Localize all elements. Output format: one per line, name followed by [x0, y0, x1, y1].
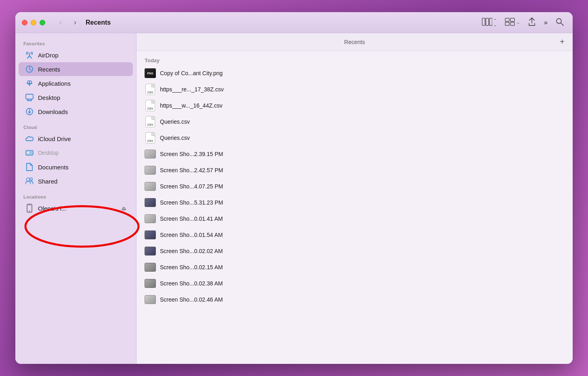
file-icon-screenshot-gray	[145, 262, 156, 273]
file-item[interactable]: Screen Sho...2.39.15 PM	[136, 146, 573, 162]
toolbar-right: ⌃⌄ ⌄	[479, 16, 566, 29]
file-name: Screen Sho...5.31.23 PM	[160, 199, 223, 206]
more-icon: »	[544, 19, 548, 26]
file-name: Screen Sho...0.02.15 AM	[160, 264, 223, 270]
file-icon-screenshot-dark	[145, 197, 156, 208]
file-item[interactable]: Screen Sho...0.02.38 AM	[136, 275, 573, 292]
file-name: Screen Sho...0.01.41 AM	[160, 215, 223, 222]
share-icon	[528, 17, 536, 27]
file-item[interactable]: Screen Sho...0.02.46 AM	[136, 292, 573, 308]
sidebar-item-desktop[interactable]: Desktop	[19, 91, 133, 104]
file-item[interactable]: Screen Sho...0.01.41 AM	[136, 211, 573, 227]
applications-label: Applications	[38, 80, 71, 87]
file-item[interactable]: Screen Sho...4.07.25 PM	[136, 178, 573, 194]
svg-point-21	[30, 178, 32, 180]
file-name: Screen Sho...4.07.25 PM	[160, 183, 223, 190]
file-name: Screen Sho...0.02.38 AM	[160, 280, 223, 287]
sidebar: Favorites AirDrop	[15, 33, 136, 364]
share-button[interactable]	[525, 16, 538, 29]
file-icon-screenshot-dark	[145, 229, 156, 241]
file-icon-screenshot	[145, 294, 156, 305]
finder-window: ‹ › Recents ⌃⌄	[15, 12, 573, 364]
eject-icon[interactable]: ⏏	[121, 205, 126, 211]
sidebar-item-icloud-drive[interactable]: iCloud Drive	[19, 132, 133, 146]
file-item[interactable]: CSVQueries.csv	[136, 130, 573, 146]
recents-icon	[25, 65, 34, 74]
documents-label: Documents	[38, 164, 69, 171]
svg-rect-19	[27, 152, 29, 154]
file-icon-screenshot	[145, 213, 156, 224]
close-button[interactable]	[22, 20, 27, 25]
column-view-button[interactable]: ⌃⌄	[479, 16, 499, 29]
more-button[interactable]: »	[542, 17, 550, 28]
file-icon-screenshot	[145, 165, 156, 176]
svg-line-9	[561, 23, 563, 25]
file-list: Today PNGCopy of Co...ant City.pngCSVhtt…	[136, 51, 573, 364]
file-item[interactable]: CSVQueries.csv	[136, 114, 573, 130]
file-name: Screen Sho...0.02.46 AM	[160, 296, 223, 303]
file-name: Screen Sho...2.39.15 PM	[160, 151, 223, 157]
back-button[interactable]: ‹	[55, 17, 66, 28]
file-content-area: Recents + Today PNGCopy of Co...ant City…	[136, 33, 573, 364]
file-item[interactable]: CSVhttps___w..._16_44Z.csv	[136, 97, 573, 114]
content-header: Recents +	[136, 33, 573, 51]
shared-icon	[25, 177, 34, 186]
file-name: Screen Sho...0.01.54 AM	[160, 232, 223, 238]
file-name: Screen Sho...0.02.02 AM	[160, 248, 223, 254]
add-button[interactable]: +	[556, 36, 568, 48]
file-icon-screenshot	[145, 148, 156, 160]
file-name: https___re..._17_38Z.csv	[160, 86, 224, 93]
svg-rect-3	[489, 18, 492, 25]
file-icon-csv: CSV	[145, 84, 156, 95]
maximize-button[interactable]	[40, 20, 45, 25]
traffic-lights	[22, 20, 45, 25]
iphone-icon	[25, 204, 34, 213]
search-button[interactable]	[553, 16, 566, 29]
window-title: Recents	[86, 19, 111, 26]
sidebar-item-iphone[interactable]: Olena's i... ⏏	[19, 201, 133, 215]
svg-point-20	[27, 178, 30, 181]
file-name: Queries.csv	[160, 135, 190, 141]
minimize-button[interactable]	[31, 20, 36, 25]
group-view-button[interactable]: ⌄	[502, 16, 522, 29]
sidebar-item-desktop2[interactable]: Desktop	[19, 146, 133, 160]
file-name: https___w..._16_44Z.csv	[160, 102, 223, 109]
locations-section-label: Locations	[15, 191, 136, 201]
file-icon-csv: CSV	[145, 132, 156, 144]
file-item[interactable]: CSVhttps___re..._17_38Z.csv	[136, 81, 573, 97]
column-view-chevron: ⌃⌄	[494, 18, 497, 27]
sidebar-item-documents[interactable]: Documents	[19, 160, 133, 174]
file-item[interactable]: Screen Sho...2.42.57 PM	[136, 162, 573, 178]
documents-icon	[25, 163, 34, 171]
file-item[interactable]: Screen Sho...0.02.02 AM	[136, 243, 573, 259]
svg-point-8	[556, 19, 561, 23]
svg-point-24	[29, 211, 30, 211]
file-item[interactable]: Screen Sho...0.01.54 AM	[136, 227, 573, 243]
sidebar-item-applications[interactable]: Applications	[19, 76, 133, 90]
titlebar: ‹ › Recents ⌃⌄	[15, 12, 573, 33]
sidebar-item-airdrop[interactable]: AirDrop	[19, 48, 133, 62]
forward-button[interactable]: ›	[69, 17, 81, 28]
file-items-container: PNGCopy of Co...ant City.pngCSVhttps___r…	[136, 65, 573, 308]
icloud-drive-icon	[25, 134, 34, 143]
svg-rect-2	[486, 18, 489, 25]
applications-icon	[25, 79, 34, 88]
file-icon-screenshot	[145, 181, 156, 192]
sidebar-item-shared[interactable]: Shared	[19, 174, 133, 188]
toolbar-controls: ‹ ›	[55, 17, 81, 28]
file-icon-screenshot-dark	[145, 245, 156, 257]
file-icon-screenshot-gray	[145, 278, 156, 289]
date-section-header: Today	[136, 54, 573, 65]
sidebar-item-downloads[interactable]: Downloads	[19, 105, 133, 118]
svg-rect-1	[482, 18, 485, 25]
file-item[interactable]: Screen Sho...5.31.23 PM	[136, 194, 573, 211]
file-item[interactable]: PNGCopy of Co...ant City.png	[136, 65, 573, 81]
file-name: Screen Sho...2.42.57 PM	[160, 167, 223, 173]
sidebar-item-recents[interactable]: Recents	[19, 62, 133, 76]
file-name: Copy of Co...ant City.png	[160, 70, 223, 76]
svg-rect-4	[505, 18, 509, 21]
file-icon-csv: CSV	[145, 116, 156, 127]
recents-label: Recents	[38, 66, 60, 73]
file-item[interactable]: Screen Sho...0.02.15 AM	[136, 259, 573, 275]
svg-rect-18	[26, 150, 33, 155]
